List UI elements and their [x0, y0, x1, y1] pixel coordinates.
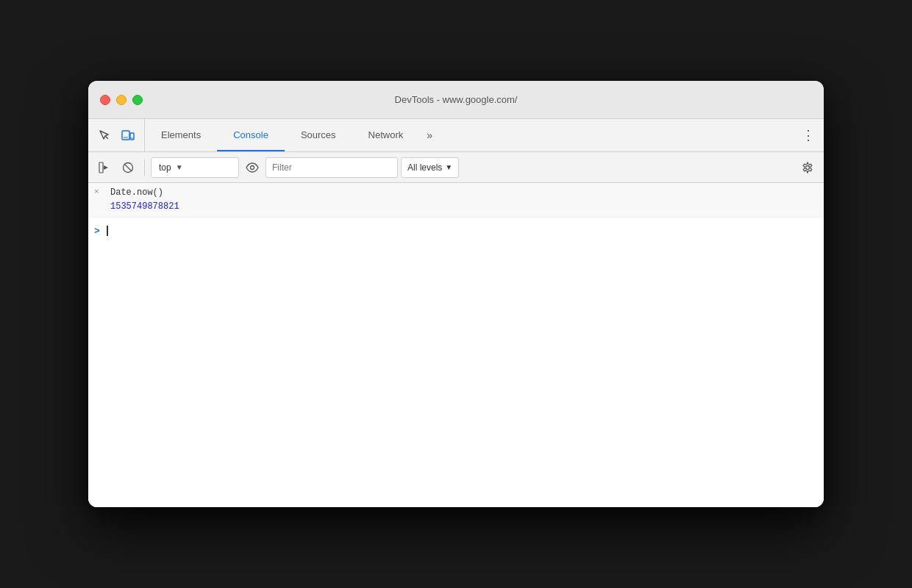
console-input-text: Date.now() — [110, 186, 818, 200]
close-button[interactable] — [100, 95, 110, 105]
title-bar: DevTools - www.google.com/ — [88, 81, 824, 119]
console-body[interactable]: × Date.now() 1535749878821 > — [88, 183, 824, 507]
svg-line-8 — [124, 164, 132, 171]
tab-console[interactable]: Console — [217, 119, 285, 151]
traffic-lights — [100, 95, 143, 105]
context-arrow: ▼ — [176, 163, 183, 171]
minimize-button[interactable] — [116, 95, 127, 105]
console-error-icon: × — [94, 187, 104, 196]
tab-bar: Elements Console Sources Network » ⋮ — [88, 119, 824, 152]
devtools-menu-button[interactable]: ⋮ — [793, 119, 824, 151]
console-output-value: 1535749878821 — [110, 200, 818, 214]
filter-input[interactable] — [266, 157, 398, 178]
tab-elements[interactable]: Elements — [145, 119, 217, 151]
svg-rect-5 — [99, 162, 103, 173]
inspect-element-icon[interactable] — [94, 125, 115, 146]
device-toolbar-icon[interactable] — [118, 125, 138, 146]
tab-more-button[interactable]: » — [419, 119, 440, 151]
tab-sources[interactable]: Sources — [285, 119, 352, 151]
svg-marker-6 — [104, 165, 108, 170]
maximize-button[interactable] — [132, 95, 143, 105]
context-selector[interactable]: top ▼ — [151, 157, 239, 178]
console-settings-button[interactable] — [797, 157, 818, 178]
console-cursor-line — [106, 226, 108, 236]
window-title: DevTools - www.google.com/ — [395, 94, 518, 105]
console-prompt: > — [94, 226, 100, 237]
levels-label: All levels — [407, 162, 442, 173]
svg-rect-2 — [130, 133, 134, 140]
svg-point-9 — [251, 165, 254, 169]
log-levels-selector[interactable]: All levels ▼ — [401, 157, 459, 178]
live-expressions-button[interactable] — [242, 157, 263, 178]
context-value: top — [159, 162, 171, 173]
console-toolbar: top ▼ All levels ▼ — [88, 152, 824, 183]
devtools-icons — [88, 119, 145, 151]
console-entry-content-1: Date.now() 1535749878821 — [110, 186, 818, 214]
tab-network[interactable]: Network — [352, 119, 420, 151]
svg-line-0 — [105, 136, 108, 139]
levels-arrow: ▼ — [445, 163, 452, 171]
tab-list: Elements Console Sources Network » — [145, 119, 469, 151]
svg-rect-1 — [122, 131, 129, 140]
cursor — [107, 226, 108, 236]
clear-console-button[interactable] — [118, 157, 138, 178]
devtools-window: DevTools - www.google.com/ Ele — [88, 81, 824, 507]
toolbar-separator-1 — [144, 159, 145, 176]
svg-point-10 — [806, 165, 810, 169]
console-input-row[interactable]: > — [88, 218, 824, 244]
show-messages-button[interactable] — [94, 157, 115, 178]
tab-spacer — [469, 119, 794, 151]
console-entry-1: × Date.now() 1535749878821 — [88, 183, 824, 218]
